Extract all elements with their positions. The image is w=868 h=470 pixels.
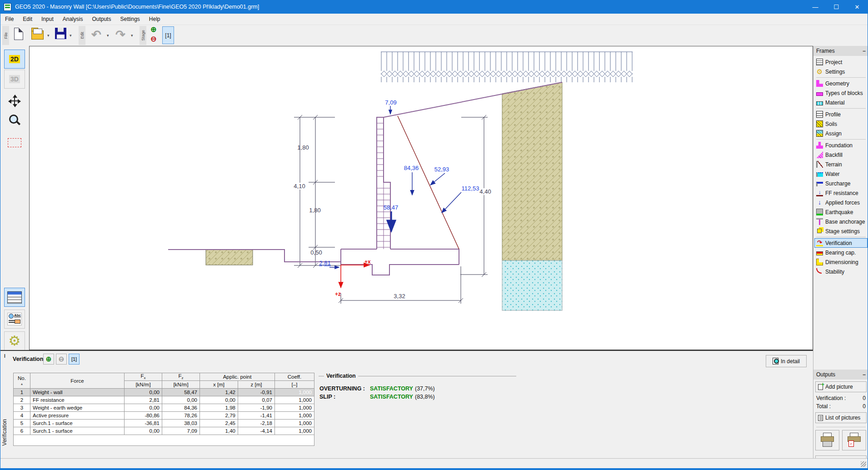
frame-stability[interactable]: Stability bbox=[814, 267, 868, 276]
outputs-collapse-button[interactable]: – bbox=[863, 371, 866, 378]
undo-button[interactable]: ↶ bbox=[91, 29, 101, 40]
frame-geometry[interactable]: Geometry bbox=[814, 79, 868, 88]
table-row[interactable]: 5Surch.1 - surface -36,8138,03 2,45-2,18… bbox=[14, 420, 314, 427]
list-of-pictures-icon bbox=[818, 415, 823, 421]
menu-help[interactable]: Help bbox=[145, 14, 165, 24]
frame-backfill[interactable]: Backfill bbox=[814, 150, 868, 160]
menu-file[interactable]: File bbox=[0, 14, 18, 24]
list-of-pictures-button[interactable]: List of pictures bbox=[815, 412, 867, 423]
menu-outputs[interactable]: Outputs bbox=[87, 14, 115, 24]
frame-assign[interactable]: Assign bbox=[814, 129, 868, 138]
table-row[interactable]: 2FF resistance 2,810,00 0,000,07 1,000 bbox=[14, 396, 314, 404]
frame-profile[interactable]: Profile bbox=[814, 110, 868, 119]
print-preview-button[interactable]: ⌐ bbox=[842, 430, 866, 450]
frame-base-anchorage[interactable]: Base anchorage bbox=[814, 217, 868, 226]
force-52-93: 52,93 bbox=[434, 166, 449, 173]
frame-verification[interactable]: ↷Verification bbox=[814, 238, 868, 248]
drawing-canvas[interactable]: 1,80 4,10 1,80 0,50 4,40 3,32 bbox=[29, 46, 813, 350]
dim-4-40: 4,40 bbox=[479, 188, 491, 195]
toolbar: File ▾ ▾ Edit ↶ ▾ ↷ ▾ Stage ⊕ ⊖ [1] bbox=[0, 25, 868, 46]
subsoil-cyan-block bbox=[502, 260, 562, 310]
applied-forces-icon: ↓ bbox=[816, 199, 823, 206]
new-file-icon bbox=[14, 28, 23, 40]
title-bar: GEO5 2020 - Masonry Wall [C:\Users\Publi… bbox=[0, 0, 868, 14]
print-button[interactable] bbox=[815, 430, 839, 450]
app-window: GEO5 2020 - Masonry Wall [C:\Users\Publi… bbox=[0, 0, 868, 470]
save-file-button[interactable] bbox=[55, 28, 66, 39]
col-fz[interactable]: Fz bbox=[162, 373, 200, 381]
close-button[interactable]: ✕ bbox=[847, 0, 868, 14]
col-no[interactable]: No. ▲ bbox=[14, 373, 30, 389]
in-detail-button[interactable]: In detail bbox=[766, 355, 807, 367]
stage-settings-icon bbox=[817, 229, 822, 233]
frame-water[interactable]: Water bbox=[814, 169, 868, 179]
resize-grip[interactable] bbox=[861, 461, 866, 467]
col-applic-point[interactable]: Applic. point bbox=[200, 373, 275, 381]
verification-icon: ↷ bbox=[816, 240, 823, 246]
selection-rect-button[interactable] bbox=[4, 133, 25, 152]
dim-3-32: 3,32 bbox=[394, 293, 405, 300]
base-anchorage-icon bbox=[816, 218, 823, 225]
verification-stage-button[interactable]: [1] bbox=[69, 354, 80, 365]
bearing-cap-icon bbox=[816, 251, 823, 255]
view-2d-button[interactable]: 2D bbox=[4, 50, 25, 69]
frame-bearing-cap[interactable]: Bearing cap. bbox=[814, 248, 868, 257]
frame-project[interactable]: Project bbox=[814, 57, 868, 67]
sort-asc-icon: ▲ bbox=[20, 382, 24, 385]
col-fx[interactable]: Fx bbox=[125, 373, 162, 381]
redo-dropdown[interactable]: ▾ bbox=[131, 33, 133, 38]
frame-types-of-blocks[interactable]: Types of blocks bbox=[814, 88, 868, 98]
frame-applied-forces[interactable]: ↓Applied forces bbox=[814, 198, 868, 207]
stage-remove-button[interactable]: ⊖ bbox=[150, 35, 156, 42]
maximize-button[interactable]: ☐ bbox=[826, 0, 847, 14]
new-file-button[interactable] bbox=[14, 28, 23, 40]
picture-text-button[interactable]: Abc bbox=[4, 310, 25, 329]
frame-stage-settings[interactable]: Stage settings bbox=[814, 226, 868, 236]
menu-input[interactable]: Input bbox=[37, 14, 58, 24]
frame-dimensioning[interactable]: Dimensioning bbox=[814, 257, 868, 267]
table-row[interactable]: 1Weight - wall 0,0058,47 1,42-0,91 1,000 bbox=[14, 389, 314, 396]
stage-1-button[interactable]: [1] bbox=[162, 26, 174, 44]
open-file-button[interactable] bbox=[31, 28, 44, 40]
dim-1-80-lower: 1,80 bbox=[309, 207, 320, 214]
redo-button[interactable]: ↷ bbox=[115, 29, 125, 40]
menu-settings[interactable]: Settings bbox=[115, 14, 144, 24]
table-row[interactable]: 4Active pressure -80,8678,26 2,79-1,41 1… bbox=[14, 412, 314, 420]
outputs-verification-count: Verification :0 bbox=[813, 394, 868, 402]
outputs-header: Outputs – bbox=[813, 370, 868, 380]
col-force[interactable]: Force bbox=[30, 373, 125, 389]
force-58-47: 58,47 bbox=[384, 204, 399, 211]
table-row[interactable]: 6Surch.1 - surface 0,007,09 1,40-4,14 1,… bbox=[14, 427, 314, 435]
verification-add-button[interactable]: ⊕ bbox=[43, 354, 54, 365]
panel-handle[interactable]: I bbox=[4, 354, 5, 359]
slip-plane-line bbox=[398, 116, 459, 249]
add-picture-button[interactable]: Add picture bbox=[815, 381, 867, 392]
frame-foundation[interactable]: Foundation bbox=[814, 140, 868, 150]
pan-button[interactable] bbox=[4, 91, 25, 110]
minimize-button[interactable]: — bbox=[805, 0, 826, 14]
zoom-button[interactable] bbox=[4, 111, 25, 130]
open-dropdown[interactable]: ▾ bbox=[47, 33, 50, 38]
menu-edit[interactable]: Edit bbox=[18, 14, 37, 24]
frame-earthquake[interactable]: Earthquake bbox=[814, 207, 868, 217]
frame-settings[interactable]: ⚙Settings bbox=[814, 67, 868, 76]
left-toolbar: 2D 3D Abc ⚙ bbox=[0, 46, 29, 350]
table-row[interactable]: 3Weight - earth wedge 0,0084,36 1,98-1,9… bbox=[14, 404, 314, 412]
stage-add-button[interactable]: ⊕ bbox=[150, 26, 156, 33]
frame-terrain[interactable]: Terrain bbox=[814, 160, 868, 169]
frames-collapse-button[interactable]: – bbox=[863, 48, 866, 54]
col-coeff[interactable]: Coeff. bbox=[275, 373, 314, 381]
drawing-settings-button[interactable]: ⚙ bbox=[4, 331, 25, 350]
forces-table[interactable]: No. ▲ Force Fx Fz Applic. point Coeff. [… bbox=[13, 373, 314, 446]
undo-dropdown[interactable]: ▾ bbox=[107, 33, 109, 38]
dim-4-10: 4,10 bbox=[294, 183, 305, 190]
view-3d-button[interactable]: 3D bbox=[4, 70, 25, 89]
table-view-button[interactable] bbox=[4, 288, 25, 307]
frame-soils[interactable]: Soils bbox=[814, 119, 868, 129]
verification-remove-button[interactable]: ⊖ bbox=[56, 354, 67, 365]
frame-ff-resistance[interactable]: ↓FF resistance bbox=[814, 188, 868, 198]
menu-analysis[interactable]: Analysis bbox=[58, 14, 88, 24]
save-dropdown[interactable]: ▾ bbox=[70, 33, 72, 38]
frame-surcharge[interactable]: Surcharge bbox=[814, 179, 868, 188]
frame-material[interactable]: Material bbox=[814, 98, 868, 107]
